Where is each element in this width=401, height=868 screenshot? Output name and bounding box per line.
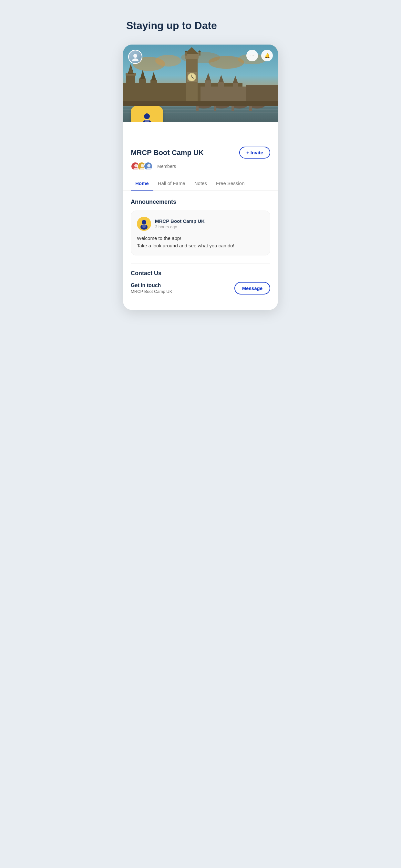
svg-point-59 [146, 167, 151, 171]
tab-hall-of-fame[interactable]: Hall of Fame [153, 177, 190, 191]
invite-button[interactable]: + Invite [239, 147, 270, 159]
app-card: ··· 🔔 MRCP BOOT CAMP UK [123, 44, 278, 310]
hero-area: ··· 🔔 MRCP BOOT CAMP UK [123, 44, 278, 122]
contact-row: Get in touch MRCP Boot Camp UK Message [131, 282, 270, 294]
tab-home[interactable]: Home [131, 177, 153, 191]
announcement-body: Welcome to the app! Take a look around a… [137, 235, 264, 249]
card-body: MRCP Boot Camp UK + Invite Members [123, 122, 278, 310]
tab-notes[interactable]: Notes [190, 177, 212, 191]
group-logo: MRCP BOOT CAMP UK [131, 106, 163, 122]
svg-point-51 [144, 113, 150, 119]
contact-info: Get in touch MRCP Boot Camp UK [131, 283, 172, 294]
svg-rect-34 [185, 54, 198, 59]
announcement-avatar [137, 217, 151, 231]
members-row: Members [131, 162, 270, 171]
announcement-header: MRCP Boot Camp UK 3 hours ago [137, 217, 264, 231]
member-avatars [131, 162, 150, 171]
svg-rect-53 [145, 119, 149, 122]
page-title: Staying up to Date [123, 20, 278, 32]
content-area: Announcements MRCP Boot Camp UK [131, 191, 270, 304]
contact-title: Contact Us [131, 270, 270, 277]
profile-header: MRCP Boot Camp UK + Invite [131, 147, 270, 159]
members-label: Members [157, 164, 176, 169]
svg-point-49 [133, 54, 137, 58]
svg-point-2 [155, 55, 181, 66]
svg-point-58 [147, 164, 150, 167]
svg-point-60 [142, 220, 146, 224]
svg-rect-48 [123, 101, 278, 106]
more-button[interactable]: ··· [246, 50, 258, 61]
announcements-title: Announcements [131, 198, 270, 206]
contact-section: Contact Us Get in touch MRCP Boot Camp U… [131, 263, 270, 296]
notification-button[interactable]: 🔔 [261, 50, 273, 61]
announcement-author: MRCP Boot Camp UK [155, 218, 205, 224]
hero-actions: ··· 🔔 [246, 50, 273, 61]
svg-rect-36 [185, 52, 187, 56]
announcement-meta: MRCP Boot Camp UK 3 hours ago [155, 218, 205, 229]
tabs-row: Home Hall of Fame Notes Free Session [123, 177, 278, 191]
contact-heading: Get in touch [131, 283, 172, 288]
svg-point-50 [132, 58, 138, 61]
svg-rect-37 [198, 52, 201, 56]
group-name: MRCP Boot Camp UK [131, 149, 204, 157]
announcement-card: MRCP Boot Camp UK 3 hours ago Welcome to… [131, 211, 270, 255]
contact-org: MRCP Boot Camp UK [131, 289, 172, 294]
svg-rect-62 [143, 224, 146, 228]
member-avatar-3 [144, 162, 153, 171]
announcement-time: 3 hours ago [155, 224, 205, 229]
tab-free-session[interactable]: Free Session [212, 177, 249, 191]
message-button[interactable]: Message [235, 282, 270, 294]
